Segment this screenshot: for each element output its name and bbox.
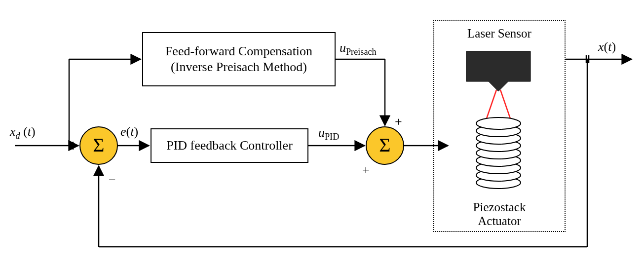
laser-sensor-label: Laser Sensor bbox=[434, 27, 565, 40]
pid-line1: PID feedback Controller bbox=[166, 138, 293, 154]
label-u-pid: uPID bbox=[318, 125, 339, 142]
sigma-glyph-2: Σ bbox=[379, 134, 390, 156]
actuator-label-1: Piezostack bbox=[434, 200, 565, 214]
label-xt: x(t) bbox=[598, 39, 616, 54]
label-e: e(t) bbox=[120, 124, 138, 139]
feedforward-line1: Feed-forward Compensation bbox=[165, 43, 312, 60]
label-u-preisach: uPreisach bbox=[340, 40, 377, 57]
sign-minus-feedback: − bbox=[109, 173, 116, 188]
sign-plus-ff: + bbox=[395, 115, 402, 129]
plant-boundary: Laser Sensor Piezostack Actuator bbox=[433, 20, 566, 232]
sign-plus-pid: + bbox=[362, 163, 370, 178]
block-diagram: Σ Σ bbox=[0, 0, 644, 270]
feedforward-block: Feed-forward Compensation (Inverse Preis… bbox=[142, 32, 336, 86]
sigma-glyph-1: Σ bbox=[93, 134, 104, 156]
label-xd: xd (t) bbox=[10, 124, 36, 141]
actuator-label-2: Actuator bbox=[434, 214, 565, 228]
feedforward-line2: (Inverse Preisach Method) bbox=[171, 59, 307, 76]
pid-block: PID feedback Controller bbox=[151, 128, 308, 163]
